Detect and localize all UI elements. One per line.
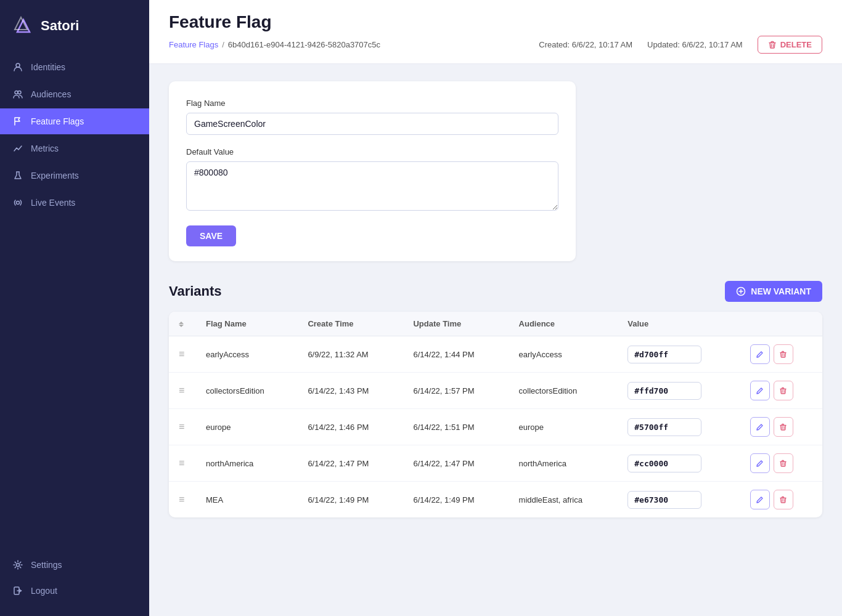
trash-row-icon	[779, 460, 787, 468]
plus-circle-icon	[736, 286, 746, 296]
row-value: #5700ff	[618, 409, 740, 445]
delete-row-button[interactable]	[774, 381, 793, 400]
breadcrumb-link[interactable]: Feature Flags	[169, 40, 218, 49]
flag-name-group: Flag Name	[186, 99, 558, 135]
sidebar-item-live-events[interactable]: Live Events	[0, 190, 149, 216]
edit-button[interactable]	[750, 381, 770, 400]
sidebar-item-identities[interactable]: Identities	[0, 54, 149, 80]
row-actions-cell	[740, 445, 822, 482]
edit-button[interactable]	[750, 490, 770, 509]
audience-icon	[12, 89, 23, 100]
col-flag-name[interactable]: Flag Name	[196, 312, 298, 336]
experiments-icon	[12, 170, 23, 181]
created-date: Created: 6/6/22, 10:17 AM	[539, 40, 632, 49]
edit-button[interactable]	[750, 344, 770, 364]
sidebar-item-identities-label: Identities	[31, 62, 65, 72]
flag-name-input[interactable]	[186, 113, 558, 135]
default-value-label: Default Value	[186, 147, 558, 156]
col-sort	[169, 312, 196, 336]
row-actions-cell	[740, 373, 822, 409]
delete-row-button[interactable]	[774, 453, 793, 473]
variants-table: Flag Name Create Time Update Time Audien…	[169, 312, 822, 517]
col-actions	[740, 312, 822, 336]
form-card: Flag Name Default Value #800080 SAVE	[169, 81, 576, 261]
sidebar-item-logout[interactable]: Logout	[0, 578, 149, 604]
drag-handle-cell: ≡	[169, 445, 196, 482]
delete-row-button[interactable]	[774, 344, 793, 364]
delete-row-button[interactable]	[774, 490, 793, 509]
row-audience: earlyAccess	[509, 336, 618, 373]
table-row: ≡ earlyAccess 6/9/22, 11:32 AM 6/14/22, …	[169, 336, 822, 373]
edit-button[interactable]	[750, 453, 770, 473]
row-value: #d700ff	[618, 336, 740, 373]
row-create-time: 6/14/22, 1:46 PM	[298, 409, 403, 445]
edit-button[interactable]	[750, 417, 770, 437]
row-update-time: 6/14/22, 1:47 PM	[403, 445, 509, 482]
new-variant-label: NEW VARIANT	[751, 286, 811, 296]
variants-title: Variants	[169, 283, 222, 299]
row-flag-name: collectorsEdition	[196, 373, 298, 409]
sidebar-item-metrics-label: Metrics	[31, 144, 59, 153]
drag-handle-icon[interactable]: ≡	[179, 458, 184, 468]
content-area: Flag Name Default Value #800080 SAVE Var…	[149, 64, 842, 616]
delete-row-button[interactable]	[774, 417, 793, 437]
row-audience: northAmerica	[509, 445, 618, 482]
sidebar-item-audiences[interactable]: Audiences	[0, 81, 149, 107]
pencil-icon	[756, 387, 764, 395]
default-value-textarea[interactable]: #800080	[186, 161, 558, 211]
row-update-time: 6/14/22, 1:51 PM	[403, 409, 509, 445]
variants-data-table: Flag Name Create Time Update Time Audien…	[169, 312, 822, 517]
trash-row-icon	[779, 387, 787, 395]
table-body: ≡ earlyAccess 6/9/22, 11:32 AM 6/14/22, …	[169, 336, 822, 518]
logo-icon	[12, 15, 35, 37]
sidebar-item-settings[interactable]: Settings	[0, 552, 149, 578]
svg-point-6	[17, 201, 20, 205]
sidebar-item-experiments-label: Experiments	[31, 171, 79, 180]
logo-area: Satori	[0, 0, 149, 54]
updated-date: Updated: 6/6/22, 10:17 AM	[647, 40, 743, 49]
value-display[interactable]: #d700ff	[627, 346, 701, 363]
value-display[interactable]: #ffd700	[627, 382, 701, 400]
sidebar-item-experiments[interactable]: Experiments	[0, 163, 149, 188]
value-display[interactable]: #e67300	[627, 491, 701, 509]
value-display[interactable]: #5700ff	[627, 418, 701, 436]
page-title: Feature Flag	[169, 12, 822, 32]
sidebar-item-live-events-label: Live Events	[31, 198, 75, 208]
person-icon	[12, 62, 23, 73]
col-audience[interactable]: Audience	[509, 312, 618, 336]
trash-row-icon	[779, 351, 787, 359]
sidebar-item-feature-flags[interactable]: Feature Flags	[0, 108, 149, 134]
row-value: #e67300	[618, 482, 740, 518]
metrics-icon	[12, 143, 23, 154]
pencil-icon	[756, 496, 764, 504]
value-display[interactable]: #cc0000	[627, 455, 701, 472]
flag-icon	[12, 116, 23, 127]
row-flag-name: europe	[196, 409, 298, 445]
logout-icon	[12, 585, 23, 596]
drag-handle-icon[interactable]: ≡	[179, 385, 184, 395]
sidebar-bottom: Settings Logout	[0, 552, 149, 616]
drag-handle-icon[interactable]: ≡	[179, 421, 184, 432]
svg-point-4	[18, 91, 21, 94]
row-audience: europe	[509, 409, 618, 445]
sidebar-nav: Identities Audiences Feature Flags Metri…	[0, 54, 149, 552]
new-variant-button[interactable]: NEW VARIANT	[725, 281, 822, 302]
save-button[interactable]: SAVE	[186, 225, 236, 246]
logo-text: Satori	[41, 18, 79, 34]
live-icon	[12, 197, 23, 208]
row-create-time: 6/14/22, 1:43 PM	[298, 373, 403, 409]
drag-handle-icon[interactable]: ≡	[179, 494, 184, 505]
breadcrumb-separator: /	[222, 40, 224, 49]
delete-button[interactable]: DELETE	[758, 36, 822, 54]
drag-handle-icon[interactable]: ≡	[179, 349, 184, 359]
col-value[interactable]: Value	[618, 312, 740, 336]
pencil-icon	[756, 460, 764, 468]
col-create-time[interactable]: Create Time	[298, 312, 403, 336]
row-audience: middleEast, africa	[509, 482, 618, 518]
trash-row-icon	[779, 496, 787, 504]
settings-icon	[12, 559, 23, 570]
col-update-time[interactable]: Update Time	[403, 312, 509, 336]
sidebar-item-audiences-label: Audiences	[31, 89, 71, 99]
sidebar-item-metrics[interactable]: Metrics	[0, 136, 149, 161]
main-content: Feature Flag Feature Flags / 6b40d161-e9…	[149, 0, 842, 616]
